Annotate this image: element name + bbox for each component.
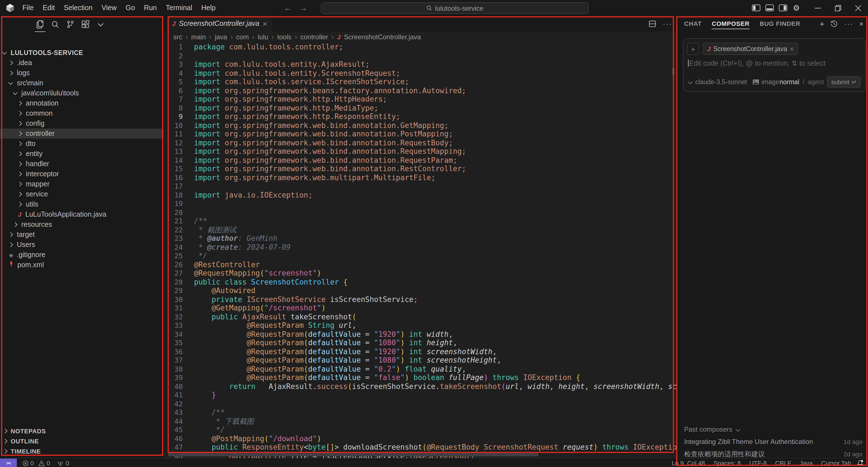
tree-item-interceptor[interactable]: interceptor [0, 169, 164, 179]
window-close-button[interactable] [848, 0, 868, 16]
ports-indicator[interactable]: 0 [57, 460, 69, 466]
section-notepads[interactable]: NOTEPADS [3, 428, 46, 434]
breadcrumb-item-com[interactable]: com [236, 33, 249, 41]
past-composer-item[interactable]: 检查依赖项的适用性和建议2d ago [684, 449, 862, 459]
code-line-45[interactable]: 45 */ [164, 426, 676, 434]
code-line-30[interactable]: 30 private IScreenShotService isScreenSh… [164, 295, 676, 304]
tree-item-controller[interactable]: controller [0, 128, 164, 139]
breadcrumb-file[interactable]: ScreenshotController.java [344, 33, 421, 41]
breadcrumb-item-tools[interactable]: tools [277, 33, 291, 41]
history-icon[interactable] [831, 20, 838, 27]
code-line-18[interactable]: 18import java.io.IOException; [164, 191, 676, 199]
code-line-19[interactable]: 19 [164, 199, 676, 208]
code-line-14[interactable]: 14import org.springframework.web.bind.an… [164, 156, 676, 165]
status-crlf[interactable]: CRLF [775, 460, 791, 466]
code-line-26[interactable]: 26@RestController [164, 260, 676, 269]
code-line-21[interactable]: 21/** [164, 217, 676, 225]
chip-close-icon[interactable]: × [790, 46, 794, 52]
code-line-37[interactable]: 37 @RequestParam(defaultValue = "1080") … [164, 356, 676, 364]
code-line-39[interactable]: 39 @RequestParam(defaultValue = "false")… [164, 373, 676, 382]
code-line-12[interactable]: 12import org.springframework.web.bind.an… [164, 138, 676, 147]
tree-item-entity[interactable]: entity [0, 149, 164, 159]
tree-item-logs[interactable]: logs [0, 68, 164, 78]
code-line-32[interactable]: 32 public AjaxResult takeScreenshot( [164, 312, 676, 321]
code-line-33[interactable]: 33 @RequestParam String url, [164, 321, 676, 330]
code-line-4[interactable]: 4import com.lulu.tools.entity.Screenshot… [164, 69, 676, 78]
tree-item--gitignore[interactable]: ◈.gitignore [0, 250, 164, 260]
tree-item-handler[interactable]: handler [0, 159, 164, 169]
editor-more-actions-icon[interactable]: ··· [663, 19, 672, 28]
menu-file[interactable]: File [18, 2, 38, 13]
code-line-10[interactable]: 10import org.springframework.web.bind.an… [164, 121, 676, 130]
vertical-scrollbar[interactable] [672, 68, 675, 75]
breadcrumb[interactable]: src›main›java›com›lulu›tools›controller›… [164, 31, 676, 42]
menu-terminal[interactable]: Terminal [161, 2, 197, 13]
panel-tab-composer[interactable]: COMPOSER [712, 17, 750, 30]
tree-item-lulutoolsapplication-java[interactable]: JLuLuToolsApplication.java [0, 209, 164, 220]
status-java[interactable]: Java [800, 460, 813, 466]
command-center-search[interactable]: lulutools-service [321, 2, 589, 14]
menu-go[interactable]: Go [121, 2, 140, 13]
new-composer-plus-icon[interactable]: + [819, 19, 825, 28]
code-line-11[interactable]: 11import org.springframework.web.bind.an… [164, 130, 676, 138]
past-composers-header[interactable]: Past composers [684, 424, 862, 434]
status-utf-8[interactable]: UTF-8 [749, 460, 767, 466]
code-line-6[interactable]: 6import org.springframework.beans.factor… [164, 86, 676, 95]
remote-indicator[interactable]: >< [0, 459, 17, 467]
panel-close-icon[interactable]: × [859, 19, 864, 28]
code-line-17[interactable]: 17 [164, 182, 676, 191]
code-line-8[interactable]: 8import org.springframework.http.MediaTy… [164, 104, 676, 112]
menu-run[interactable]: Run [140, 2, 161, 13]
explorer-icon[interactable] [35, 19, 45, 32]
code-line-34[interactable]: 34 @RequestParam(defaultValue = "1920") … [164, 330, 676, 339]
breadcrumb-item-main[interactable]: main [191, 33, 206, 41]
code-line-13[interactable]: 13import org.springframework.web.bind.an… [164, 147, 676, 156]
code-line-40[interactable]: 40 return AjaxResult.success(isScreenSho… [164, 382, 676, 391]
source-control-icon[interactable] [65, 19, 76, 31]
code-line-31[interactable]: 31 @GetMapping("/screenshot") [164, 304, 676, 312]
status-spaces-8[interactable]: Spaces: 8 [714, 460, 741, 466]
tree-item-users[interactable]: Users [0, 240, 164, 250]
status-ln-9-col-48[interactable]: Ln 9, Col 48 [672, 460, 705, 466]
code-line-28[interactable]: 28public class ScreenshotController { [164, 278, 676, 286]
submit-button[interactable]: submit ↵ [827, 76, 861, 88]
code-line-38[interactable]: 38 @RequestParam(defaultValue = "0.2") f… [164, 364, 676, 373]
attach-image-button[interactable]: image [752, 79, 779, 85]
section-outline[interactable]: OUTLINE [3, 438, 39, 444]
tree-item-target[interactable]: target [0, 230, 164, 240]
code-line-5[interactable]: 5import com.lulu.tools.service.IScreenSh… [164, 78, 676, 86]
tree-item-lulutools-service[interactable]: LULUTOOLS-SERVICE [0, 48, 164, 58]
code-line-27[interactable]: 27@RequestMapping("screenshot") [164, 269, 676, 278]
code-line-9[interactable]: 9import org.springframework.http.Respons… [164, 112, 676, 121]
model-selector[interactable]: claude-3.5-sonnet [688, 79, 747, 85]
status-cursor-tab[interactable]: Cursor Tab [821, 460, 851, 466]
context-chip[interactable]: J ScreenshotController.java × [703, 43, 798, 55]
tree-item-mapper[interactable]: mapper [0, 179, 164, 189]
code-line-29[interactable]: 29 @Autowired [164, 286, 676, 295]
code-line-1[interactable]: 1package com.lulu.tools.controller; [164, 43, 676, 51]
breadcrumb-item-lulu[interactable]: lulu [258, 33, 268, 41]
code-line-15[interactable]: 15import org.springframework.web.bind.an… [164, 165, 676, 173]
toggle-bottom-panel-icon[interactable] [763, 0, 776, 16]
panel-tab-bug-finder[interactable]: BUG FINDER [760, 17, 800, 30]
toggle-right-panel-icon[interactable] [776, 0, 789, 16]
tree-item-java-com-lulu-tools[interactable]: java\com\lulu\tools [0, 88, 164, 98]
tree-item-annotation[interactable]: annotation [0, 98, 164, 108]
code-line-43[interactable]: 43 /** [164, 408, 676, 417]
code-line-25[interactable]: 25 */ [164, 252, 676, 260]
code-line-44[interactable]: 44 * 下载截图 [164, 417, 676, 426]
extensions-icon[interactable] [80, 19, 91, 31]
tree-item-common[interactable]: common [0, 108, 164, 118]
code-area[interactable]: 1package com.lulu.tools.controller;23imp… [164, 43, 676, 458]
tree-item-utils[interactable]: utils [0, 199, 164, 209]
menu-view[interactable]: View [97, 2, 121, 13]
tree-item--idea[interactable]: .idea [0, 58, 164, 68]
breadcrumb-item-src[interactable]: src [173, 33, 182, 41]
toggle-left-panel-icon[interactable] [749, 0, 763, 16]
menu-edit[interactable]: Edit [38, 2, 59, 13]
code-line-36[interactable]: 36 @RequestParam(defaultValue = "1920") … [164, 347, 676, 356]
menu-help[interactable]: Help [197, 2, 220, 13]
nav-back-button[interactable]: ← [284, 3, 291, 12]
tree-item-config[interactable]: config [0, 118, 164, 128]
tab-screenshotcontroller[interactable]: J ScreenshotController.java × [166, 16, 273, 31]
